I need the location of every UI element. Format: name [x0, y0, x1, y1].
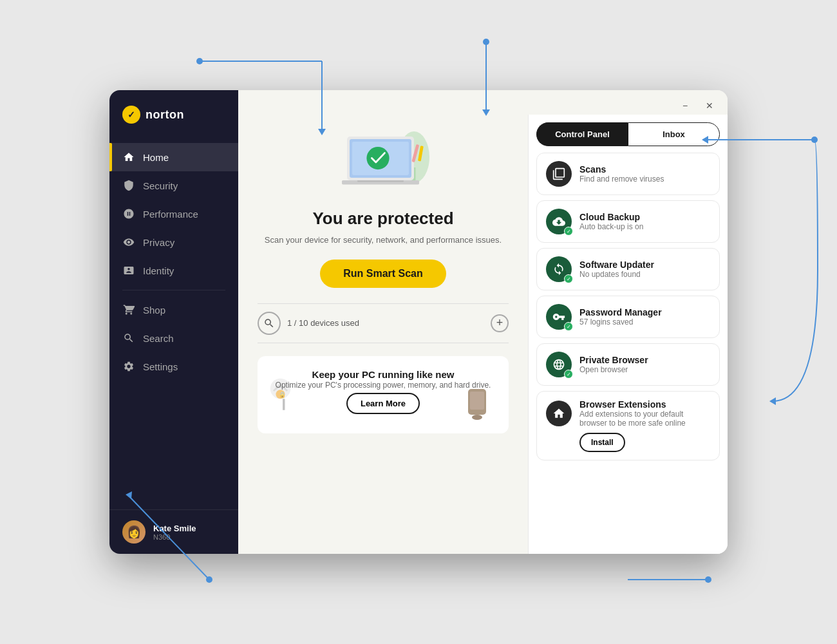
add-device-button[interactable]: +: [491, 314, 509, 332]
browser-extensions-icon: [546, 401, 572, 426]
sidebar-item-label-performance: Performance: [143, 209, 198, 220]
sidebar-item-identity[interactable]: Identity: [109, 256, 238, 285]
performance-icon: [122, 207, 135, 220]
software-updater-text: Software Updater No updates found: [579, 260, 654, 279]
scans-text: Scans Find and remove viruses: [579, 164, 664, 184]
sidebar-item-shop[interactable]: Shop: [109, 296, 238, 324]
user-plan: N360: [153, 533, 196, 541]
right-panel: Control Panel Inbox Scans Find and remov…: [528, 115, 728, 554]
sidebar-item-settings[interactable]: Settings: [109, 352, 238, 381]
browser-extensions-title: Browser Extensions: [579, 399, 710, 410]
sidebar-item-label-search: Search: [143, 333, 174, 344]
minimize-button[interactable]: −: [676, 97, 694, 115]
panel-items-list: Scans Find and remove viruses ✓ Cloud Ba…: [529, 146, 728, 554]
inbox-tab[interactable]: Inbox: [628, 122, 720, 146]
sidebar-item-search[interactable]: Search: [109, 324, 238, 352]
nav-divider: [122, 290, 225, 290]
run-smart-scan-button[interactable]: Run Smart Scan: [320, 260, 446, 288]
close-button[interactable]: ✕: [701, 97, 719, 115]
sidebar-item-label-settings: Settings: [143, 361, 178, 372]
left-panel: You are protected Scan your device for s…: [238, 115, 528, 554]
cloud-backup-check: ✓: [564, 227, 573, 236]
password-manager-icon: ✓: [546, 304, 572, 330]
avatar: 👩: [122, 520, 146, 544]
svg-point-13: [206, 576, 212, 583]
private-browser-icon: ✓: [546, 352, 572, 377]
home-icon: [122, 151, 135, 164]
protected-title: You are protected: [312, 209, 453, 229]
devices-bar: 1 / 10 devices used +: [258, 303, 509, 343]
brand-name: norton: [146, 108, 184, 122]
promo-subtitle: Optimize your PC's processing power, mem…: [276, 380, 491, 391]
svg-point-21: [366, 147, 389, 169]
scans-title: Scans: [579, 164, 664, 175]
software-updater-item[interactable]: ✓ Software Updater No updates found: [536, 248, 720, 290]
svg-point-32: [472, 415, 482, 420]
cloud-backup-text: Cloud Backup Auto back-up is on: [579, 212, 643, 231]
password-manager-text: Password Manager 57 logins saved: [579, 307, 662, 327]
control-panel-tab[interactable]: Control Panel: [536, 122, 628, 146]
device-info: 1 / 10 devices used: [258, 312, 359, 335]
browser-extensions-item[interactable]: Browser Extensions Add extensions to you…: [536, 391, 720, 460]
scans-item[interactable]: Scans Find and remove viruses: [536, 153, 720, 195]
svg-point-6: [483, 39, 489, 45]
panel-tabs: Control Panel Inbox: [529, 115, 728, 146]
promo-card: Keep your PC running like new Optimize y…: [258, 356, 509, 433]
svg-point-15: [705, 576, 711, 583]
password-manager-subtitle: 57 logins saved: [579, 317, 662, 327]
identity-icon: [122, 264, 135, 277]
private-browser-text: Private Browser Open browser: [579, 355, 648, 374]
password-manager-check: ✓: [564, 322, 573, 331]
cloud-backup-icon: ✓: [546, 209, 572, 234]
sidebar-item-privacy[interactable]: Privacy: [109, 228, 238, 256]
private-browser-item[interactable]: ✓ Private Browser Open browser: [536, 343, 720, 386]
promo-title: Keep your PC running like new: [312, 369, 455, 380]
settings-icon: [122, 360, 135, 373]
sidebar-item-label-shop: Shop: [143, 305, 165, 316]
scans-icon: [546, 161, 572, 187]
sidebar-item-security[interactable]: Security: [109, 171, 238, 200]
shield-icon: [122, 179, 135, 192]
private-browser-title: Private Browser: [579, 355, 648, 365]
software-updater-check: ✓: [564, 274, 573, 283]
cloud-backup-item[interactable]: ✓ Cloud Backup Auto back-up is on: [536, 200, 720, 243]
install-button[interactable]: Install: [579, 433, 625, 452]
cloud-backup-title: Cloud Backup: [579, 212, 643, 222]
cloud-backup-subtitle: Auto back-up is on: [579, 222, 643, 231]
user-profile[interactable]: 👩 Kate Smile N360: [109, 509, 238, 554]
learn-more-button[interactable]: Learn More: [346, 393, 420, 414]
private-browser-check: ✓: [564, 370, 573, 379]
software-updater-subtitle: No updates found: [579, 270, 654, 279]
svg-marker-10: [769, 397, 776, 405]
devices-used-text: 1 / 10 devices used: [287, 318, 359, 328]
user-info: Kate Smile N360: [153, 524, 196, 541]
sidebar-item-label-home: Home: [143, 152, 169, 163]
svg-rect-23: [357, 180, 404, 182]
software-updater-title: Software Updater: [579, 260, 654, 270]
svg-point-3: [196, 58, 203, 64]
main-content: − ✕: [238, 90, 728, 554]
browser-extensions-text: Browser Extensions Add extensions to you…: [579, 399, 710, 428]
user-name: Kate Smile: [153, 524, 196, 533]
content-area: You are protected Scan your device for s…: [238, 115, 728, 554]
shop-icon: [122, 303, 135, 316]
hero-section: You are protected Scan your device for s…: [258, 115, 509, 433]
privacy-icon: [122, 236, 135, 249]
password-manager-title: Password Manager: [579, 307, 662, 317]
norton-check-icon: ✓: [122, 106, 140, 124]
software-updater-icon: ✓: [546, 256, 572, 282]
scans-subtitle: Find and remove viruses: [579, 175, 664, 184]
password-manager-item[interactable]: ✓ Password Manager 57 logins saved: [536, 296, 720, 338]
laptop-illustration: [332, 121, 435, 198]
protected-subtitle: Scan your device for security, network, …: [265, 234, 502, 247]
sidebar-item-label-security: Security: [143, 180, 178, 191]
logo-area: ✓ norton: [109, 90, 238, 143]
sidebar-item-performance[interactable]: Performance: [109, 200, 238, 228]
sidebar-item-label-identity: Identity: [143, 265, 174, 276]
nav-menu: Home Security Performance Privacy: [109, 143, 238, 509]
sidebar-item-label-privacy: Privacy: [143, 237, 174, 248]
device-icon: [258, 312, 281, 335]
search-icon: [122, 332, 135, 345]
window-controls: − ✕: [238, 90, 728, 115]
sidebar-item-home[interactable]: Home: [109, 143, 238, 171]
